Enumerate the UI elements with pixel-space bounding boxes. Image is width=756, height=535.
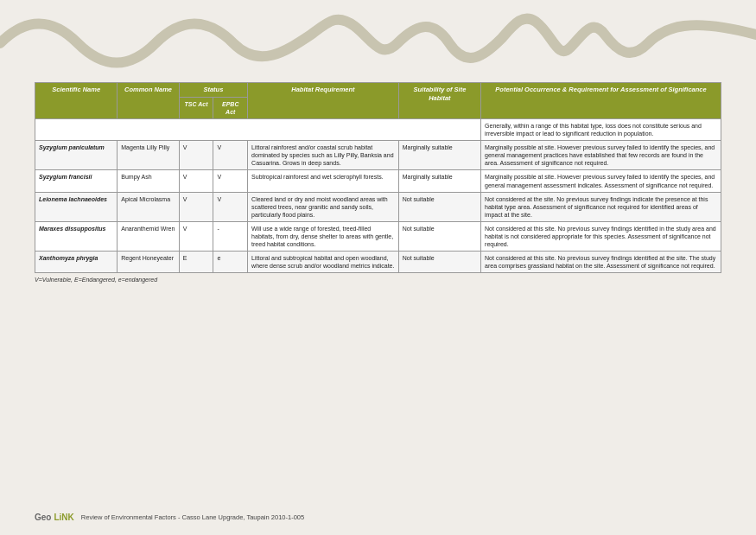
table-cell: Apical Microlasma [118, 192, 179, 221]
table-cell: Regent Honeyeater [118, 252, 179, 273]
table-cell: Not suitable [398, 252, 480, 273]
table-cell: Not considered at this site. No previous… [481, 252, 721, 273]
project-info: Review of Environmental Factors - Casso … [81, 513, 304, 521]
table-cell: Marginally possible at site. However pre… [481, 141, 721, 170]
doc-number: 2010-1-005 [271, 513, 304, 521]
header-potential: Potential Occurrence & Requirement for A… [481, 83, 721, 119]
species-table: Scientific Name Common Name Status Habit… [35, 82, 721, 273]
table-cell: Not considered at this site. No previous… [481, 221, 721, 251]
table-cell: Bumpy Ash [118, 170, 179, 192]
table-cell: Syzygium paniculatum [35, 141, 118, 170]
table-cell: Anaranthemid Wren [118, 221, 179, 251]
wave-header [0, 0, 756, 78]
table-cell: Littoral rainforest and/or coastal scrub… [248, 141, 399, 170]
table-cell: Will use a wide range of forested, treed… [248, 221, 399, 251]
table-cell: V [179, 170, 213, 192]
table-cell: V [179, 221, 213, 251]
header-habitat: Habitat Requirement [248, 83, 399, 119]
table-cell: Marginally possible at site. However pre… [481, 170, 721, 192]
table-cell: Subtropical rainforest and wet sclerophy… [248, 170, 399, 192]
company-logo: GeoLiNK [35, 513, 74, 522]
table-row-info: Generally, within a range of this habita… [35, 118, 721, 140]
main-content: Scientific Name Common Name Status Habit… [35, 82, 721, 492]
table-cell: Not considered at the site. No previous … [481, 192, 721, 221]
table-row: Leionema lachnaeoidesApical MicrolasmaVV… [35, 192, 721, 221]
header-tsc: TSC Act [179, 97, 213, 118]
header-common-name: Common Name [118, 83, 179, 119]
info-cell-right: Generally, within a range of this habita… [481, 118, 721, 140]
project-title: Review of Environmental Factors - Casso … [81, 513, 270, 521]
table-cell: Leionema lachnaeoides [35, 192, 118, 221]
table-cell: V [213, 170, 248, 192]
table-cell: V [213, 192, 248, 221]
table-cell: Xanthomyza phrygia [35, 252, 118, 273]
table-cell: V [213, 141, 248, 170]
table-body: Generally, within a range of this habita… [35, 118, 721, 272]
table-cell: Not suitable [398, 221, 480, 251]
table-cell: Magenta Lilly Pilly [118, 141, 179, 170]
table-cell: Not suitable [398, 192, 480, 221]
table-cell: Littoral and subtropical habitat and ope… [248, 252, 399, 273]
header-status: Status [179, 83, 247, 98]
table-cell: Syzygium francisii [35, 170, 118, 192]
header-scientific-name: Scientific Name [35, 83, 118, 119]
link-text: LiNK [54, 513, 73, 522]
header-suitability: Suitability of Site Habitat [398, 83, 480, 119]
table-row: Syzygium francisiiBumpy AshVVSubtropical… [35, 170, 721, 192]
header-epbc: EPBC Act [213, 97, 248, 118]
table-cell: E [179, 252, 213, 273]
table-cell: Maraxes dissuppositus [35, 221, 118, 251]
table-row: Syzygium paniculatumMagenta Lilly PillyV… [35, 141, 721, 170]
bottom-bar: GeoLiNK Review of Environmental Factors … [35, 513, 721, 522]
table-footer-note: V=Vulnerable, E=Endangered, e=endangered [35, 277, 721, 283]
table-cell: Cleared land or dry and moist woodland a… [248, 192, 399, 221]
table-cell: V [179, 141, 213, 170]
table-cell: V [179, 192, 213, 221]
table-cell: e [213, 252, 248, 273]
table-cell: Marginally suitable [398, 170, 480, 192]
table-row: Xanthomyza phrygiaRegent HoneyeaterEeLit… [35, 252, 721, 273]
table-cell: - [213, 221, 248, 251]
geo-text: Geo [35, 513, 51, 522]
table-cell: Marginally suitable [398, 141, 480, 170]
table-header-row-1: Scientific Name Common Name Status Habit… [35, 83, 721, 98]
table-row: Maraxes dissuppositusAnaranthemid WrenV-… [35, 221, 721, 251]
info-cell-left [35, 118, 481, 140]
